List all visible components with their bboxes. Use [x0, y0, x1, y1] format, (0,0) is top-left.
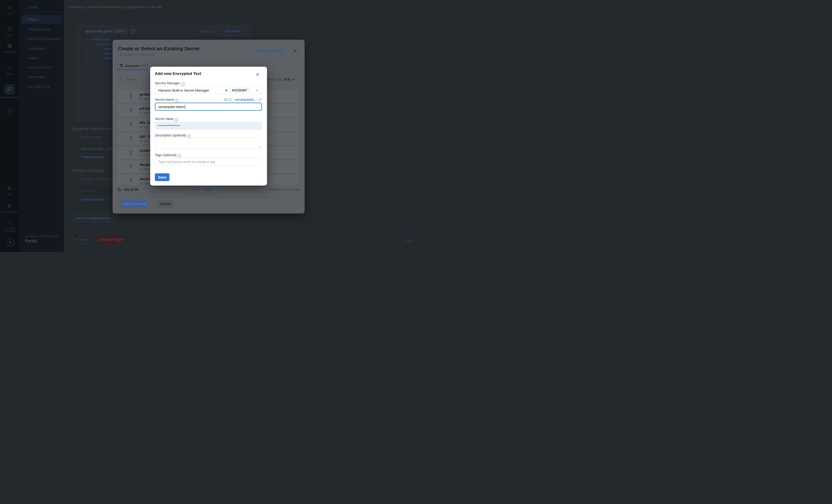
sidebar-item-builds[interactable]: Builds — [0, 65, 19, 75]
chevron-left-icon: ‹ — [26, 4, 28, 9]
sidebar-item-label: Plugins — [28, 18, 39, 21]
info-icon[interactable]: i — [175, 99, 179, 103]
arrow-left-icon: ← — [187, 188, 190, 191]
sidebar-item-label: Connectors — [28, 75, 46, 79]
rail-item-label: Developer Portal — [0, 96, 19, 99]
text-cursor — [185, 105, 185, 109]
aida-strip: ❋ AIDA — [401, 0, 416, 252]
tags-input[interactable] — [155, 158, 262, 165]
secret-name-input[interactable]: sonarqube-token — [155, 103, 262, 111]
avatar[interactable]: IA — [6, 238, 14, 247]
edit-yaml-button[interactable]: Edit YAML — [221, 27, 245, 35]
sidebar-item-access-control[interactable]: Access Control — [21, 63, 62, 72]
brand-line2: Portal — [25, 239, 37, 244]
tab-account-idp[interactable]: Account [IDP] — [120, 63, 148, 68]
save-configurations-button[interactable]: Save Configurations — [74, 215, 114, 222]
plugin-sidebar: ‹ Back Plugins Configurations OAuth Conf… — [19, 0, 64, 252]
chevron-down-icon — [292, 79, 295, 80]
sidebar-item-dashboards[interactable]: DASHBOARDS — [0, 204, 19, 214]
info-icon[interactable]: i — [228, 98, 232, 102]
rail-item-label: Deployments — [0, 51, 19, 53]
aida-button[interactable]: ❋ AIDA — [401, 232, 416, 242]
projects-icon — [7, 26, 12, 31]
text-secret-icon: T — [129, 177, 133, 185]
modal-title: Add new Encrypted Text — [155, 72, 201, 76]
copy-icon[interactable] — [131, 29, 135, 34]
tab-suffix: [IDP] — [141, 64, 148, 67]
save-button[interactable]: Save — [155, 173, 170, 181]
add-encrypted-text-modal: Add new Encrypted Text Secrets Manageri … — [150, 67, 267, 186]
sidebar-item-label: OAuth Configurations — [28, 37, 61, 40]
prev-page-button[interactable]: ← Prev — [184, 186, 202, 193]
close-icon[interactable] — [293, 49, 297, 53]
sidebar-item-configurations[interactable]: Configurations — [21, 25, 62, 33]
add-variable-label: Add Variable — [83, 197, 105, 201]
close-icon[interactable] — [256, 73, 259, 76]
sidebar-item-home[interactable]: Home — [0, 5, 19, 15]
info-icon[interactable]: i — [178, 154, 181, 158]
brand-line1: INTERNAL DEVELOPER — [25, 235, 58, 238]
sidebar-item-plugins[interactable]: Plugins — [21, 15, 62, 24]
add-variable-link[interactable]: + Add Variable — [79, 197, 105, 201]
builds-icon — [7, 65, 12, 71]
sidebar-item-oauth-configurations[interactable]: OAuth Configurations — [21, 34, 62, 43]
secrets-manager-label: Secrets Manageri — [155, 81, 185, 86]
sidebar-item-projects[interactable]: Projects — [0, 26, 19, 36]
next-page-button[interactable]: Next → — [202, 186, 221, 193]
info-icon[interactable]: i — [187, 135, 190, 138]
secret-id-link[interactable]: : sonarqubeto... — [233, 98, 257, 102]
sidebar-item-account-settings[interactable]: ACCOUNT SETTINGS — [0, 220, 19, 233]
rail-item-label: Projects — [0, 34, 19, 36]
svg-text:?: ? — [9, 188, 10, 189]
new-secret-text-button[interactable]: + New Secret Text — [250, 47, 289, 54]
sidebar-item-scorecards[interactable]: Scorecards — [21, 44, 62, 53]
service-badge: Service — [113, 28, 128, 34]
info-icon[interactable]: i — [175, 118, 178, 122]
sidebar-item-label: Access Control — [28, 65, 51, 69]
modal-title: Create or Select an Existing Secret — [118, 46, 200, 51]
sidebar-item-deployments[interactable]: ∞ Deployments — [0, 43, 19, 53]
tab-label: Account — [125, 64, 139, 67]
sidebar-item-connectors[interactable]: Connectors — [21, 73, 62, 81]
pagination-controls: ← Prev Next → — [184, 186, 221, 193]
text-secret-icon: T — [129, 93, 133, 100]
sidebar-item-help[interactable]: ? HELP — [0, 187, 19, 196]
sidebar-collapse-icon[interactable] — [75, 234, 77, 238]
apps-grid-button[interactable] — [0, 109, 19, 116]
plus-icon: + — [79, 197, 82, 201]
sidebar-item-developer-portal[interactable]: Developer Portal — [0, 84, 19, 99]
plus-icon: + — [255, 49, 257, 53]
layers-icon — [120, 64, 123, 67]
secret-value-input[interactable]: •••••••••••••• — [155, 122, 262, 130]
developer-portal-icon — [7, 86, 12, 92]
line-numbers: 123456 — [83, 37, 88, 65]
cancel-button[interactable]: Cancel — [157, 200, 174, 207]
back-button-label: Back — [79, 237, 87, 242]
plus-icon: + — [79, 155, 82, 159]
prev-label: Prev — [192, 188, 199, 191]
disable-plugin-button[interactable]: Disable Plugin — [98, 235, 124, 243]
add-variable-link[interactable]: + Add Variable — [79, 155, 105, 159]
sidebar-item-url-allow-list[interactable]: URL Allow List — [21, 82, 62, 91]
rail-item-label: ACCOUNT SETTINGS — [1, 227, 18, 233]
sidebar-item-layout[interactable]: Layout — [21, 54, 62, 62]
page-intro: The plugin requires the following config… — [68, 5, 163, 9]
search-icon — [120, 78, 124, 81]
pagination-range: (1 - 10) of 25 — [118, 188, 138, 191]
status-dot — [226, 89, 227, 91]
info-icon[interactable]: i — [181, 82, 185, 86]
read-only-toggle[interactable]: Read Only — [198, 28, 219, 35]
edit-pencil-icon[interactable] — [258, 98, 262, 102]
secrets-manager-select[interactable]: Harness Built-in Secret Manager ACCOUNT — [155, 86, 262, 94]
apps-grid-icon — [6, 109, 13, 115]
label-text: Secrets Manager — [155, 81, 180, 85]
label-text: Tags (optional) — [155, 153, 177, 157]
secret-type-dropdown[interactable]: Secret type Text — [265, 77, 295, 82]
text-secret-icon: T — [129, 121, 133, 128]
nav-rail: Home Projects ∞ Deployments Builds Devel… — [0, 0, 19, 252]
rail-item-label: Home — [0, 12, 19, 15]
rail-item-label: Builds — [0, 73, 19, 75]
description-textarea[interactable] — [155, 138, 262, 149]
back-nav-link[interactable]: ‹ Back — [26, 4, 38, 9]
apply-selected-button[interactable]: Apply Selected — [121, 200, 147, 207]
